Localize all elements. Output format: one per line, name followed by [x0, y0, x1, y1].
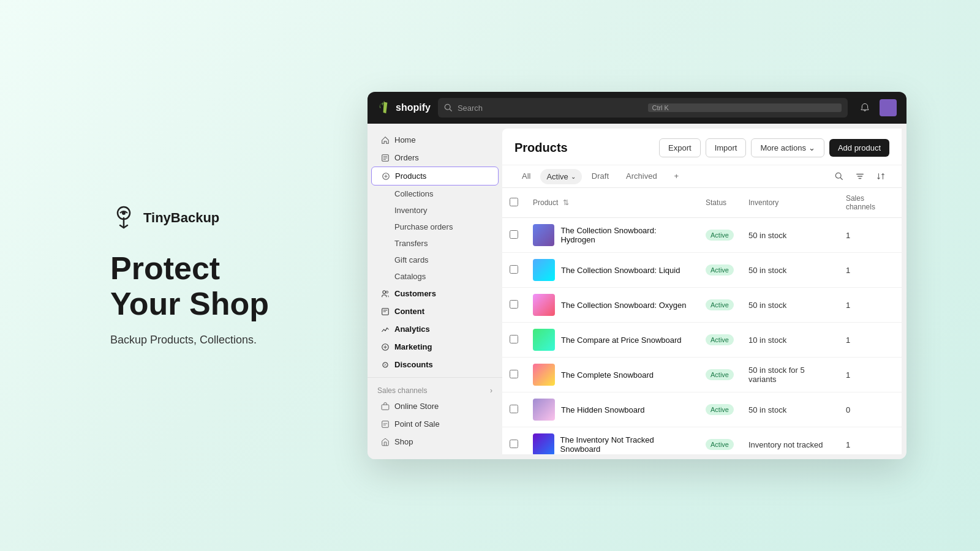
sidebar-label-pos: Point of Sale: [394, 419, 440, 429]
row-status-4: Active: [698, 358, 741, 392]
status-badge-4: Active: [706, 369, 734, 380]
sort-icon: [876, 172, 885, 181]
row-status-5: Active: [698, 392, 741, 427]
chevron-down-icon: ⌄: [809, 143, 815, 152]
sidebar-subitem-catalogs[interactable]: Catalogs: [371, 268, 499, 285]
table-row[interactable]: The Collection Snowboard: Liquid Active …: [502, 253, 902, 288]
sidebar-item-pos[interactable]: Point of Sale: [371, 415, 499, 433]
inventory-text-2: 50 in stock: [748, 301, 786, 310]
sidebar-subitem-purchase-orders[interactable]: Purchase orders: [371, 219, 499, 235]
products-icon: [382, 172, 390, 181]
inventory-text-6: Inventory not tracked: [748, 440, 823, 449]
sidebar-subitem-gift-cards[interactable]: Gift cards: [371, 252, 499, 268]
product-name-6[interactable]: The Inventory Not Tracked Snowboard: [560, 435, 692, 454]
product-name-3[interactable]: The Compare at Price Snowboard: [561, 335, 682, 345]
sidebar-subitem-collections[interactable]: Collections: [371, 186, 499, 202]
sidebar-label-content: Content: [394, 307, 424, 316]
table-row[interactable]: The Complete Snowboard Active 50 in stoc…: [502, 358, 902, 392]
brand-subtext: Backup Products, Collections.: [110, 334, 257, 347]
status-badge-6: Active: [706, 439, 734, 450]
export-button[interactable]: Export: [659, 138, 701, 157]
product-name-1[interactable]: The Collection Snowboard: Liquid: [561, 266, 680, 275]
more-actions-button[interactable]: More actions ⌄: [751, 138, 824, 157]
import-button[interactable]: Import: [706, 138, 747, 157]
row-checkbox-5[interactable]: [510, 405, 518, 413]
sales-channels-value-4: 1: [846, 370, 850, 380]
select-all-checkbox[interactable]: [510, 198, 518, 206]
sidebar-label-marketing: Marketing: [394, 342, 432, 351]
shopify-logo[interactable]: shopify: [377, 101, 431, 114]
sidebar-item-products[interactable]: Products: [371, 167, 499, 186]
row-checkbox-3[interactable]: [510, 335, 518, 343]
product-name-0[interactable]: The Collection Snowboard: Hydrogen: [560, 226, 691, 244]
sales-channels-value-3: 1: [846, 335, 850, 345]
search-products-btn[interactable]: [831, 168, 848, 185]
shop-icon: [381, 438, 390, 446]
product-name-4[interactable]: The Complete Snowboard: [561, 370, 654, 380]
inventory-text-3: 10 in stock: [748, 335, 786, 345]
product-thumb-0: [533, 224, 554, 246]
shopify-text: shopify: [396, 102, 431, 113]
product-name-5[interactable]: The Hidden Snowboard: [561, 405, 645, 414]
marketing-icon: [381, 343, 390, 351]
sales-channels-value-1: 1: [846, 266, 850, 275]
row-product-6: The Inventory Not Tracked Snowboard: [526, 427, 698, 455]
svg-rect-10: [382, 421, 389, 427]
row-inventory-3: 10 in stock: [741, 323, 839, 358]
status-badge-3: Active: [706, 334, 734, 345]
row-checkbox-cell-5: [502, 392, 526, 427]
sort-product-icon[interactable]: ⇅: [563, 198, 569, 207]
top-nav: shopify Search Ctrl K: [368, 92, 907, 124]
add-product-button[interactable]: Add product: [829, 139, 889, 157]
tab-all[interactable]: All: [514, 165, 538, 188]
row-checkbox-2[interactable]: [510, 300, 518, 309]
row-inventory-2: 50 in stock: [741, 288, 839, 323]
inventory-text-1: 50 in stock: [748, 266, 786, 275]
sidebar-subitem-transfers[interactable]: Transfers: [371, 235, 499, 252]
sidebar-subitem-inventory[interactable]: Inventory: [371, 202, 499, 219]
inventory-text-5: 50 in stock: [748, 405, 786, 414]
tab-active[interactable]: Active ⌄: [540, 169, 581, 184]
tab-add[interactable]: +: [667, 165, 687, 188]
svg-point-5: [383, 290, 386, 293]
sidebar-item-discounts[interactable]: Discounts: [371, 356, 499, 373]
sidebar-item-shop[interactable]: Shop: [371, 433, 499, 451]
sidebar-item-customers[interactable]: Customers: [371, 285, 499, 302]
sidebar-item-orders[interactable]: Orders: [371, 149, 499, 167]
search-shortcut: Ctrl K: [648, 103, 842, 112]
sidebar-item-marketing[interactable]: Marketing: [371, 338, 499, 356]
table-row[interactable]: The Collection Snowboard: Hydrogen Activ…: [502, 218, 902, 253]
sidebar-item-analytics[interactable]: Analytics: [371, 320, 499, 338]
table-row[interactable]: The Compare at Price Snowboard Active 10…: [502, 323, 902, 358]
row-inventory-5: 50 in stock: [741, 392, 839, 427]
sidebar-item-content[interactable]: Content: [371, 302, 499, 320]
search-icon: [444, 103, 453, 112]
row-checkbox-4[interactable]: [510, 370, 518, 378]
sidebar-item-home[interactable]: Home: [371, 131, 499, 149]
notification-btn[interactable]: [855, 98, 875, 118]
user-avatar[interactable]: [880, 99, 897, 116]
tab-draft[interactable]: Draft: [584, 165, 616, 188]
svg-point-6: [386, 291, 388, 293]
shopify-window: shopify Search Ctrl K: [368, 92, 907, 459]
search-bar[interactable]: Search Ctrl K: [438, 98, 848, 118]
row-checkbox-0[interactable]: [510, 230, 518, 239]
row-status-1: Active: [698, 253, 741, 288]
sort-btn[interactable]: [872, 168, 889, 185]
row-checkbox-6[interactable]: [510, 440, 518, 448]
tab-archived[interactable]: Archived: [619, 165, 665, 188]
sidebar-label-inventory: Inventory: [394, 206, 427, 215]
product-name-2[interactable]: The Collection Snowboard: Oxygen: [561, 301, 687, 310]
table-row[interactable]: The Inventory Not Tracked Snowboard Acti…: [502, 427, 902, 455]
sales-channels-expand[interactable]: ›: [490, 386, 492, 395]
row-sales-channels-4: 1: [839, 358, 902, 392]
table-row[interactable]: The Hidden Snowboard Active 50 in stock …: [502, 392, 902, 427]
row-checkbox-cell-1: [502, 253, 526, 288]
status-badge-5: Active: [706, 404, 734, 415]
svg-rect-9: [382, 405, 389, 410]
row-checkbox-1[interactable]: [510, 265, 518, 274]
filter-btn[interactable]: [851, 168, 869, 185]
table-row[interactable]: The Collection Snowboard: Oxygen Active …: [502, 288, 902, 323]
sidebar-item-online-store[interactable]: Online Store: [371, 397, 499, 415]
product-thumb-1: [533, 259, 555, 281]
